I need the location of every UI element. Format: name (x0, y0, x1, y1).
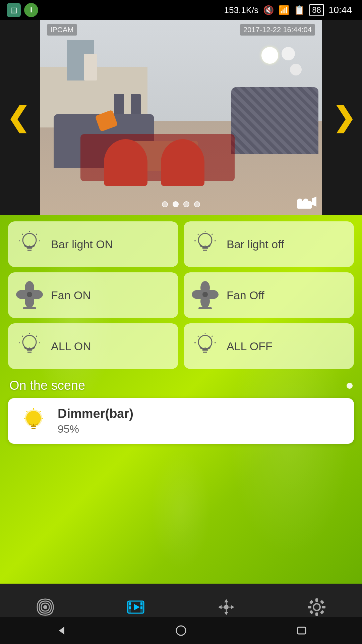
status-icons: 153.1K/s 🔇 📶 📋 88 10:44 (224, 4, 352, 16)
bar-light-off-button[interactable]: Bar light off (184, 221, 354, 267)
main-content: Bar light ON Bar light off (0, 215, 362, 584)
svg-rect-88 (320, 600, 324, 604)
scene-section-label: On the scene (9, 378, 85, 393)
home-button[interactable] (171, 621, 191, 641)
all-off-icon (192, 333, 219, 360)
all-on-button[interactable]: ALL ON (8, 323, 178, 369)
svg-marker-73 (224, 599, 228, 602)
svg-line-18 (212, 234, 213, 235)
red-chair1 (104, 139, 147, 186)
svg-rect-68 (129, 602, 131, 605)
scene-buttons-grid: Bar light ON Bar light off (0, 215, 362, 369)
record-button[interactable] (295, 197, 316, 211)
battery-icon: 88 (309, 4, 324, 16)
back-button[interactable] (50, 621, 70, 641)
svg-rect-87 (309, 600, 314, 604)
scene-label-row: On the scene (0, 369, 362, 398)
carousel-dots (162, 201, 200, 207)
red-chair2 (161, 139, 204, 186)
stool1 (114, 94, 124, 114)
fan-off-button[interactable]: Fan Off (184, 272, 354, 318)
mute-icon: 🔇 (263, 5, 274, 15)
svg-point-64 (43, 605, 47, 609)
next-arrow[interactable]: ❯ (326, 99, 362, 137)
svg-point-4 (23, 233, 36, 247)
dimmer-value: 95% (58, 423, 133, 435)
notification-icon: I (24, 3, 38, 17)
dot-1[interactable] (162, 201, 168, 207)
sofa2 (231, 87, 318, 154)
camera-label: IPCAM (47, 24, 77, 36)
svg-point-36 (23, 335, 36, 349)
svg-rect-89 (309, 610, 314, 614)
dot-4[interactable] (194, 201, 200, 207)
svg-point-77 (224, 605, 229, 609)
svg-line-50 (212, 336, 213, 337)
svg-point-82 (313, 604, 320, 610)
wall-deco2 (290, 64, 302, 75)
recents-button[interactable] (292, 621, 312, 641)
scenes-icon (126, 598, 145, 616)
light-bulb (261, 47, 278, 64)
svg-rect-2 (297, 201, 312, 209)
svg-point-13 (198, 233, 212, 247)
status-bar: ▤ I 153.1K/s 🔇 📶 📋 88 10:44 (0, 0, 362, 20)
prev-arrow[interactable]: ❮ (0, 99, 36, 137)
camera-top-bar: IPCAM 2017-12-22 16:44:04 (40, 20, 322, 40)
svg-rect-85 (308, 606, 311, 608)
svg-line-11 (22, 234, 23, 235)
camera-datetime: 2017-12-22 16:44:04 (240, 24, 315, 36)
svg-marker-75 (218, 605, 222, 609)
svg-rect-28 (23, 307, 36, 309)
all-off-button[interactable]: ALL OFF (184, 323, 354, 369)
sim-icon: 📋 (294, 5, 305, 15)
svg-line-62 (26, 411, 27, 412)
wifi-icon: 📶 (279, 5, 289, 15)
svg-rect-86 (322, 606, 325, 608)
fan-off-label: Fan Off (227, 289, 264, 302)
settings-icon (307, 598, 326, 616)
bar-light-off-label: Bar light off (227, 238, 284, 251)
svg-line-9 (36, 234, 37, 235)
svg-rect-35 (198, 307, 212, 309)
dimmer-info: Dimmer(bar) 95% (58, 407, 133, 435)
svg-point-45 (198, 335, 212, 349)
svg-rect-84 (315, 612, 318, 616)
devices-icon (36, 598, 55, 616)
svg-marker-74 (224, 612, 228, 615)
app-icon: ▤ (7, 3, 21, 17)
camera-feed: IPCAM 2017-12-22 16:44:04 (40, 20, 322, 215)
bar-light-on-label: Bar light ON (51, 238, 113, 251)
bar-light-on-icon (16, 231, 43, 258)
scene-dot-indicator (347, 383, 353, 389)
svg-rect-71 (140, 606, 142, 609)
svg-marker-91 (59, 627, 64, 635)
dot-3[interactable] (183, 201, 189, 207)
dimmer-card[interactable]: Dimmer(bar) 95% (8, 398, 354, 444)
lamp (84, 54, 97, 80)
svg-rect-90 (320, 610, 324, 614)
bar-light-on-button[interactable]: Bar light ON (8, 221, 178, 267)
status-left-icons: ▤ I (7, 3, 38, 17)
svg-point-92 (176, 626, 186, 635)
fan-on-button[interactable]: Fan ON (8, 272, 178, 318)
dot-2[interactable] (173, 201, 179, 207)
svg-line-41 (36, 336, 37, 337)
all-off-label: ALL OFF (227, 340, 273, 353)
carpet (80, 134, 235, 181)
svg-line-60 (40, 411, 41, 412)
svg-line-52 (198, 336, 198, 337)
fan-on-icon (16, 282, 43, 309)
bar-light-off-icon (192, 231, 219, 258)
svg-marker-3 (312, 197, 316, 207)
svg-rect-69 (129, 606, 131, 609)
wall-deco1 (282, 47, 295, 60)
all-on-label: ALL ON (51, 340, 91, 353)
macros-icon (217, 598, 236, 616)
system-navbar (0, 617, 362, 644)
speed-indicator: 153.1K/s (224, 5, 259, 15)
svg-line-20 (198, 234, 198, 235)
svg-rect-83 (315, 598, 318, 602)
camera-container: ❮ IPCAM 2017-12-22 16:44:04 (0, 20, 362, 215)
svg-marker-76 (231, 605, 234, 609)
